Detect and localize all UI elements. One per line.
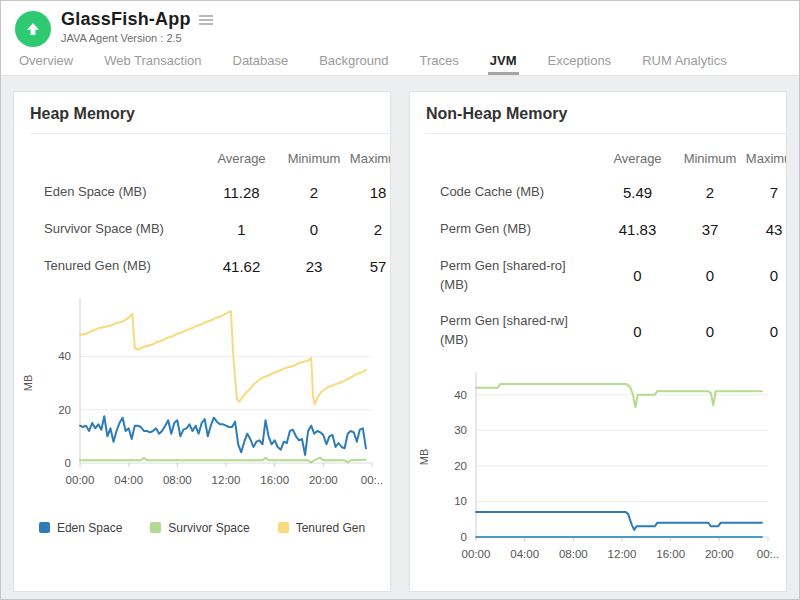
tab-rum-analytics[interactable]: RUM Analytics: [640, 53, 729, 75]
tab-bar: Overview Web Transaction Database Backgr…: [1, 49, 799, 76]
app-status-icon: [15, 11, 51, 47]
tab-exceptions[interactable]: Exceptions: [546, 53, 614, 75]
x-tick-label: 16:00: [656, 548, 685, 560]
x-tick-label: 00:..: [757, 548, 779, 560]
app-header: GlassFish-App JAVA Agent Version : 2.5: [1, 1, 799, 49]
heap-memory-panel: Heap Memory Average Minimum Maximum Eden…: [13, 91, 391, 592]
y-tick-label: 20: [58, 403, 71, 415]
series-line-eden-space: [80, 416, 366, 455]
min-value: 0: [680, 323, 740, 340]
legend-label: Tenured Gen: [296, 521, 365, 535]
legend-row: Eden SpaceSurvivor SpaceTenured Gen: [39, 521, 365, 535]
y-tick-label: 10: [454, 495, 467, 507]
y-tick-label: 30: [454, 424, 467, 436]
legend-label: Eden Space: [57, 521, 122, 535]
metric-label: Tenured Gen (MB): [14, 257, 199, 276]
heap-memory-table: Average Minimum Maximum Eden Space (MB) …: [14, 146, 391, 285]
metric-label: Eden Space (MB): [14, 183, 199, 202]
x-tick-label: 04:00: [510, 548, 539, 560]
tab-web-transaction[interactable]: Web Transaction: [102, 53, 203, 75]
heap-memory-title: Heap Memory: [14, 92, 390, 133]
x-tick-label: 20:00: [705, 548, 734, 560]
heap-memory-chart: 0204000:0004:0008:0012:0016:0020:0000:..…: [18, 293, 390, 513]
metric-label: Perm Gen [shared-ro] (MB): [410, 257, 595, 295]
y-tick-label: 40: [58, 350, 71, 362]
hamburger-menu-icon[interactable]: [197, 13, 215, 27]
max-value: 57: [344, 258, 391, 275]
min-value: 2: [680, 184, 740, 201]
y-tick-label: 20: [454, 460, 467, 472]
table-row: Tenured Gen (MB) 41.62 23 57: [14, 248, 391, 285]
min-value: 0: [284, 221, 344, 238]
x-tick-label: 00:..: [361, 474, 383, 486]
legend-item-tenured-gen[interactable]: Tenured Gen: [278, 521, 365, 535]
legend-swatch: [150, 522, 161, 533]
tab-overview[interactable]: Overview: [17, 53, 75, 75]
x-tick-label: 20:00: [309, 474, 338, 486]
col-minimum: Minimum: [284, 151, 344, 166]
divider: [30, 133, 390, 134]
max-value: 0: [740, 267, 787, 284]
table-row: Eden Space (MB) 11.28 2 18: [14, 174, 391, 211]
legend-swatch: [278, 522, 289, 533]
min-value: 37: [680, 221, 740, 238]
table-header-row: Average Minimum Maximum: [14, 146, 391, 170]
tab-background[interactable]: Background: [317, 53, 390, 75]
x-tick-label: 00:00: [66, 474, 95, 486]
tab-traces[interactable]: Traces: [418, 53, 461, 75]
legend-item-eden-space[interactable]: Eden Space: [39, 521, 122, 535]
series-line-survivor-space: [80, 457, 366, 462]
metric-label: Code Cache (MB): [410, 183, 595, 202]
max-value: 7: [740, 184, 787, 201]
min-value: 23: [284, 258, 344, 275]
col-average: Average: [199, 151, 284, 166]
x-tick-label: 16:00: [260, 474, 289, 486]
series-line-code-cache: [476, 512, 762, 530]
y-tick-label: 40: [454, 389, 467, 401]
page-title: GlassFish-App: [61, 9, 191, 30]
col-average: Average: [595, 151, 680, 166]
x-tick-label: 00:00: [462, 548, 491, 560]
apm-dashboard: GlassFish-App JAVA Agent Version : 2.5 O…: [0, 0, 800, 600]
x-tick-label: 12:00: [212, 474, 241, 486]
min-value: 2: [284, 184, 344, 201]
min-value: 0: [680, 267, 740, 284]
x-tick-label: 08:00: [559, 548, 588, 560]
non-heap-memory-panel: Non-Heap Memory Average Minimum Maximum …: [409, 91, 787, 592]
non-heap-memory-table: Average Minimum Maximum Code Cache (MB) …: [410, 146, 787, 359]
divider: [426, 133, 786, 134]
jvm-content: Heap Memory Average Minimum Maximum Eden…: [1, 76, 799, 600]
max-value: 18: [344, 184, 391, 201]
x-tick-label: 04:00: [114, 474, 143, 486]
col-minimum: Minimum: [680, 151, 740, 166]
table-row: Survivor Space (MB) 1 0 2: [14, 211, 391, 248]
non-heap-memory-title: Non-Heap Memory: [410, 92, 786, 133]
table-row: Perm Gen [shared-rw] (MB) 0 0 0: [410, 303, 787, 359]
non-heap-memory-chart: 01020304000:0004:0008:0012:0016:0020:000…: [414, 367, 786, 587]
metric-label: Perm Gen (MB): [410, 220, 595, 239]
y-axis-title: MB: [22, 374, 34, 391]
heap-memory-legend: Eden SpaceSurvivor SpaceTenured Gen: [14, 521, 390, 535]
tab-jvm[interactable]: JVM: [488, 53, 519, 75]
y-tick-label: 0: [461, 531, 467, 543]
avg-value: 41.62: [199, 258, 284, 275]
metric-label: Survivor Space (MB): [14, 220, 199, 239]
table-header-row: Average Minimum Maximum: [410, 146, 787, 170]
table-row: Code Cache (MB) 5.49 2 7: [410, 174, 787, 211]
max-value: 0: [740, 323, 787, 340]
series-line-tenured-gen: [80, 311, 366, 404]
avg-value: 0: [595, 267, 680, 284]
legend-label: Survivor Space: [168, 521, 249, 535]
tab-database[interactable]: Database: [231, 53, 291, 75]
max-value: 43: [740, 221, 787, 238]
x-tick-label: 08:00: [163, 474, 192, 486]
x-tick-label: 12:00: [608, 548, 637, 560]
avg-value: 0: [595, 323, 680, 340]
y-tick-label: 0: [65, 457, 71, 469]
avg-value: 5.49: [595, 184, 680, 201]
agent-version-label: JAVA Agent Version : 2.5: [61, 32, 215, 44]
table-row: Perm Gen [shared-ro] (MB) 0 0 0: [410, 248, 787, 304]
table-row: Perm Gen (MB) 41.83 37 43: [410, 211, 787, 248]
arrow-up-icon: [24, 20, 42, 38]
legend-item-survivor-space[interactable]: Survivor Space: [150, 521, 249, 535]
